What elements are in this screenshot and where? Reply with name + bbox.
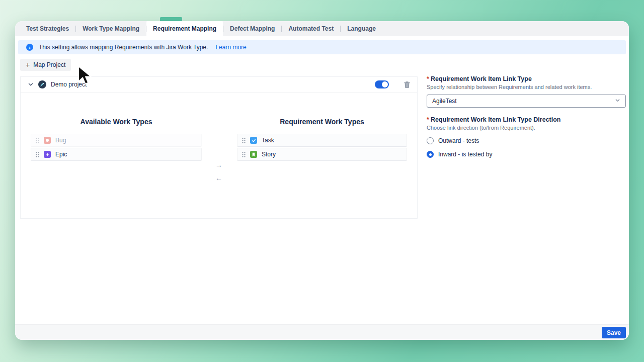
- work-type-label: Bug: [55, 137, 66, 144]
- chevron-down-icon: [615, 98, 620, 105]
- tab-bar: Test Strategies Work Type Mapping Requir…: [15, 21, 629, 36]
- move-left-arrow-icon[interactable]: ←: [214, 174, 224, 182]
- work-type-label: Task: [262, 137, 274, 144]
- trash-icon[interactable]: [404, 81, 411, 88]
- project-avatar: [38, 80, 46, 88]
- available-work-types-title: Available Work Types: [31, 118, 202, 126]
- drag-handle-icon[interactable]: [242, 138, 246, 143]
- settings-card: Test Strategies Work Type Mapping Requir…: [15, 21, 629, 340]
- tab-automated-test[interactable]: Automated Test: [282, 21, 340, 36]
- epic-icon: [44, 151, 51, 158]
- work-type-label: Story: [262, 151, 276, 158]
- drag-handle-icon[interactable]: [36, 152, 39, 157]
- drag-handle-icon[interactable]: [242, 152, 246, 157]
- link-settings-section: *Requirement Work Item Link Type Specify…: [427, 75, 626, 158]
- radio-icon-checked[interactable]: [427, 151, 434, 158]
- project-header-row: Demo project: [21, 77, 417, 93]
- card-footer: Save: [15, 324, 629, 340]
- link-type-label: *Requirement Work Item Link Type: [427, 75, 626, 82]
- project-mapping-panel: Demo project Available Work Types Requir…: [20, 76, 418, 219]
- work-type-label: Epic: [55, 151, 67, 158]
- work-type-row-story[interactable]: Story: [237, 148, 407, 161]
- required-asterisk: *: [427, 75, 429, 82]
- plus-icon: +: [26, 61, 30, 69]
- tab-defect-mapping[interactable]: Defect Mapping: [223, 21, 281, 36]
- drag-handle-icon[interactable]: [36, 138, 39, 143]
- work-type-row-bug[interactable]: Bug: [31, 134, 202, 147]
- save-button[interactable]: Save: [602, 327, 626, 338]
- tab-test-strategies[interactable]: Test Strategies: [20, 21, 75, 36]
- story-icon: [250, 151, 257, 158]
- required-asterisk: *: [427, 116, 429, 123]
- link-type-select[interactable]: AgileTest: [427, 95, 626, 108]
- learn-more-link[interactable]: Learn more: [215, 44, 246, 51]
- map-project-label: Map Project: [33, 61, 65, 68]
- radio-label: Outward - tests: [438, 137, 479, 144]
- chevron-down-icon[interactable]: [28, 81, 34, 87]
- work-type-row-task[interactable]: Task: [237, 134, 407, 147]
- link-direction-label: *Requirement Work Item Link Type Directi…: [427, 116, 626, 123]
- project-enabled-toggle[interactable]: [375, 80, 389, 88]
- move-right-arrow-icon[interactable]: →: [214, 161, 224, 169]
- info-icon: i: [26, 44, 33, 51]
- radio-icon[interactable]: [427, 137, 434, 144]
- info-banner-text: This setting allows mapping Requirements…: [39, 44, 208, 51]
- radio-label: Inward - is tested by: [438, 151, 492, 158]
- link-type-selected-value: AgileTest: [432, 98, 457, 105]
- mapping-columns: Available Work Types Requirement Work Ty…: [21, 93, 417, 218]
- bug-icon: [44, 137, 51, 144]
- project-name[interactable]: Demo project: [51, 81, 87, 88]
- requirement-work-types-title: Requirement Work Types: [237, 118, 407, 126]
- tab-language[interactable]: Language: [341, 21, 382, 36]
- link-type-help: Specify relationship between Requirement…: [427, 84, 626, 90]
- link-direction-help: Choose link direction (to/from Requireme…: [427, 125, 626, 131]
- tab-work-type-mapping[interactable]: Work Type Mapping: [76, 21, 146, 36]
- work-type-row-epic[interactable]: Epic: [31, 148, 202, 161]
- radio-inward-is-tested-by[interactable]: Inward - is tested by: [427, 151, 626, 158]
- app-background: { "tabs": [ {"label": "Test Strategies",…: [0, 0, 644, 362]
- map-project-button[interactable]: + Map Project: [20, 59, 71, 71]
- radio-outward-tests[interactable]: Outward - tests: [427, 137, 626, 144]
- tab-requirement-mapping[interactable]: Requirement Mapping: [146, 21, 223, 36]
- task-icon: [250, 137, 257, 144]
- info-banner: i This setting allows mapping Requiremen…: [18, 40, 626, 54]
